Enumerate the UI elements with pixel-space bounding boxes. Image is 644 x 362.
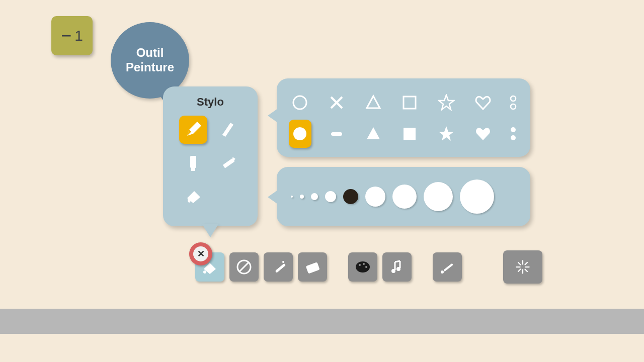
close-icon: ✕: [193, 246, 208, 261]
tool-paint-bucket[interactable]: ✕: [195, 252, 224, 282]
shape-triangle-filled[interactable]: [362, 120, 384, 148]
pencil-icon: [183, 120, 203, 140]
svg-line-28: [239, 262, 249, 272]
shape-dash-filled[interactable]: [326, 120, 348, 148]
svg-line-46: [525, 262, 528, 265]
shape-square-filled[interactable]: [398, 120, 421, 148]
svg-point-34: [363, 263, 365, 265]
shape-square-outline[interactable]: [398, 88, 421, 117]
stylo-pencil[interactable]: [179, 116, 207, 144]
stylo-pen[interactable]: [213, 116, 242, 144]
shapes-outline-row: [289, 88, 518, 117]
svg-point-18: [293, 127, 306, 140]
svg-point-24: [511, 135, 516, 140]
star-filled-icon: [438, 125, 455, 142]
heart-outline-icon: [474, 94, 492, 111]
svg-point-9: [188, 198, 191, 203]
shape-circle-outline[interactable]: [289, 88, 311, 117]
shape-triangle-outline[interactable]: [362, 88, 384, 117]
svg-point-39: [441, 270, 444, 274]
size-dot-4[interactable]: [343, 189, 358, 204]
svg-rect-6: [223, 158, 235, 168]
shape-dots-outline[interactable]: [508, 88, 518, 117]
tool-label-line1: Outil: [136, 46, 164, 59]
size-dot-6[interactable]: [392, 185, 417, 209]
x-icon: [328, 94, 345, 111]
svg-marker-13: [367, 96, 380, 108]
eraser-icon: [303, 258, 321, 276]
square-filled-icon: [401, 125, 418, 142]
shapes-filled-row: [289, 120, 518, 148]
size-dot-5[interactable]: [365, 187, 385, 207]
pen-icon: [217, 120, 237, 140]
no-tool-icon: [235, 258, 253, 276]
svg-point-36: [391, 269, 395, 273]
svg-point-35: [365, 266, 367, 268]
triangle-outline-icon: [365, 94, 382, 111]
shape-dots-filled[interactable]: [508, 120, 518, 148]
stylo-marker[interactable]: [179, 149, 207, 177]
bottom-toolbar: ✕: [195, 250, 542, 284]
triangle-filled-icon: [365, 125, 382, 142]
shape-x-outline[interactable]: [326, 88, 348, 117]
square-outline-icon: [401, 94, 418, 111]
svg-rect-19: [331, 132, 342, 136]
svg-point-23: [511, 127, 516, 132]
svg-marker-15: [439, 95, 454, 110]
svg-point-33: [359, 264, 361, 266]
svg-rect-31: [306, 262, 320, 274]
svg-marker-22: [439, 126, 454, 141]
svg-point-10: [293, 96, 306, 109]
bottom-bar: [0, 309, 644, 334]
size-dot-0[interactable]: [291, 196, 293, 198]
heart-filled-icon: [474, 125, 492, 142]
dots-filled-icon: [508, 125, 518, 142]
tool-wand[interactable]: [264, 252, 293, 282]
shape-heart-filled[interactable]: [471, 120, 494, 148]
dots-outline-icon: [508, 94, 518, 111]
shape-star-outline[interactable]: [435, 88, 458, 117]
stylo-bucket[interactable]: [179, 182, 207, 210]
stylo-crayon[interactable]: [213, 149, 242, 177]
level-badge: − 1: [51, 16, 93, 55]
tool-none[interactable]: [229, 252, 259, 282]
svg-rect-14: [404, 97, 416, 109]
svg-point-37: [396, 267, 400, 271]
circle-filled-icon: [291, 125, 308, 142]
shapes-panel: [277, 78, 530, 157]
stylo-title: Stylo: [172, 96, 249, 109]
size-dot-8[interactable]: [460, 179, 494, 214]
svg-point-17: [511, 104, 516, 109]
level-number: 1: [74, 27, 83, 44]
svg-line-44: [518, 262, 521, 265]
svg-rect-29: [275, 263, 286, 273]
crayon-icon: [217, 153, 237, 173]
svg-marker-20: [367, 127, 380, 139]
tool-sparkle[interactable]: [503, 250, 542, 284]
shape-star-filled[interactable]: [435, 120, 458, 148]
music-icon: [388, 258, 406, 276]
shape-circle-filled[interactable]: [289, 120, 311, 148]
circle-outline-icon: [291, 94, 308, 111]
tool-label-line2: Peinture: [126, 60, 174, 74]
svg-rect-5: [191, 168, 195, 171]
close-pin[interactable]: ✕: [189, 242, 212, 265]
brush-icon: [438, 258, 456, 276]
shape-heart-outline[interactable]: [471, 88, 494, 117]
size-dot-3[interactable]: [325, 191, 336, 202]
marker-icon: [183, 153, 203, 173]
size-dot-2[interactable]: [311, 193, 318, 200]
tool-eraser[interactable]: [298, 252, 327, 282]
tool-palette[interactable]: [348, 252, 377, 282]
svg-point-32: [356, 261, 370, 273]
dash-icon: [328, 125, 345, 142]
wand-icon: [269, 258, 287, 276]
sparkle-icon: [514, 258, 532, 276]
size-dot-7[interactable]: [424, 182, 453, 211]
size-dot-1[interactable]: [300, 195, 304, 199]
tool-music[interactable]: [382, 252, 412, 282]
svg-line-47: [518, 269, 521, 272]
minus-icon: −: [61, 25, 71, 46]
tool-brush[interactable]: [433, 252, 462, 282]
svg-rect-4: [190, 156, 196, 168]
